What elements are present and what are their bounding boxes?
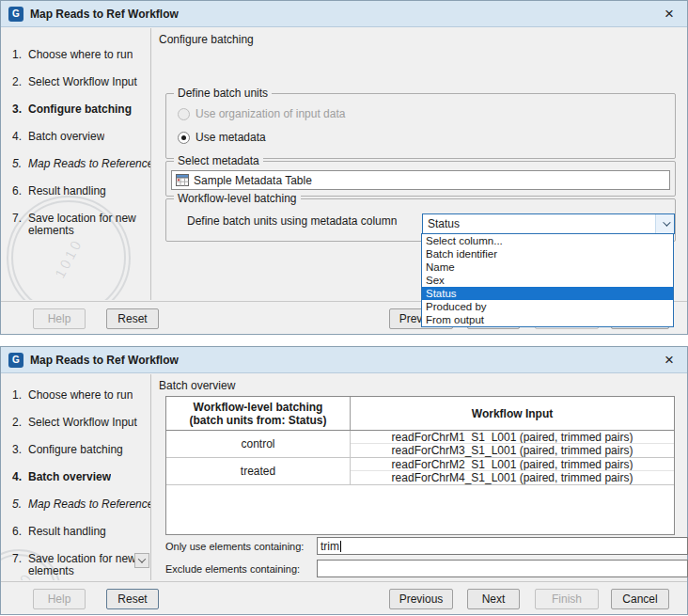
group-title: Workflow-level batching [174,192,301,205]
sidebar-step-select-workflow-input: 2.Select Workflow Input [12,76,150,103]
sidebar-step-batch-overview: 4.Batch overview [12,131,150,158]
sidebar-step-configure-batching: 3.Configure batching [12,444,150,471]
sidebar-step-map-reads-to-reference: 5.Map Reads to Reference [12,158,150,185]
table-header-row: Workflow-level batching (batch units fro… [166,397,674,431]
titlebar: G Map Reads to Ref Workflow × [1,1,687,27]
metadata-table-icon [176,174,189,186]
metadata-table-label: Sample Metadata Table [194,174,312,187]
exclude-filter-input[interactable] [317,560,688,577]
dropdown-option-sex[interactable]: Sex [422,274,673,287]
dropdown-option-batch-identifier[interactable]: Batch identifier [422,247,673,261]
dropdown-option-status-highlighted[interactable]: Status [422,287,673,300]
dropdown-option-from-output[interactable]: From output [422,313,673,326]
column-header-workflow-input: Workflow Input [351,397,674,430]
batch-name-cell: control [166,431,351,457]
exclude-filter-label: Exclude elements containing: [165,563,300,575]
table-row-control: control readForChrM1_S1_L001 (paired, tr… [166,431,674,458]
include-filter-label: Only use elements containing: [165,541,304,552]
batch-overview-table: Workflow-level batching (batch units fro… [165,396,675,535]
app-icon: G [8,7,23,22]
next-button[interactable]: Next [467,589,520,609]
chevron-down-icon [138,555,146,562]
workflow-input-entry: readForChrM2_S1_L001 (paired, trimmed pa… [351,458,674,471]
metadata-column-label: Define batch units using metadata column [187,214,397,228]
combobox-dropdown-button[interactable] [655,214,674,233]
include-filter-input[interactable]: trim [317,537,688,555]
group-title: Select metadata [174,154,263,167]
batch-name-cell: treated [166,458,351,484]
workflow-input-entry: readForChrM3_S1_L001 (paired, trimmed pa… [351,444,674,457]
sidebar-scroll-down-button[interactable] [134,553,149,568]
workflow-input-entry: readForChrM4_S1_L001 (paired, trimmed pa… [351,471,674,484]
sidebar-step-result-handling: 6.Result handling [12,185,150,213]
help-button: Help [33,589,86,609]
titlebar: G Map Reads to Ref Workflow × [1,347,687,373]
dropdown-option-name[interactable]: Name [422,261,673,274]
define-batch-units-group: Define batch units Use organization of i… [165,93,676,159]
dialog-footer: Help Reset Previous Next Finish Cancel [1,581,687,614]
sidebar-step-result-handling: 6.Result handling [12,526,150,553]
sidebar-step-choose-where-to-run: 1.Choose where to run [12,389,150,417]
panel-title: Configure batching [159,33,254,46]
reset-button[interactable]: Reset [106,308,159,329]
metadata-table-item[interactable]: Sample Metadata Table [171,170,670,190]
workflow-input-cell: readForChrM1_S1_L001 (paired, trimmed pa… [351,431,674,457]
group-title: Define batch units [174,87,272,100]
panel-title: Batch overview [159,379,235,392]
window-title: Map Reads to Ref Workflow [30,354,179,367]
previous-button[interactable]: Previous [389,589,453,609]
dropdown-option-produced-by[interactable]: Produced by [422,300,673,313]
exclude-filter-row: Exclude elements containing: [165,560,672,577]
radio-icon-selected [178,132,190,144]
metadata-column-dropdown-list: Select column... Batch identifier Name S… [421,233,674,327]
close-icon: × [665,351,674,370]
dropdown-option-select-column[interactable]: Select column... [422,234,673,247]
workflow-input-cell: readForChrM2_S1_L001 (paired, trimmed pa… [351,458,674,484]
wizard-window-configure-batching: G Map Reads to Ref Workflow × 1010 1.Cho… [0,0,688,335]
batch-overview-panel: Batch overview Workflow-level batching (… [152,374,686,580]
help-button: Help [33,308,86,329]
sidebar-step-configure-batching-current: 3.Configure batching [12,103,150,131]
close-button[interactable]: × [659,4,680,24]
radio-icon-unselected [178,108,190,120]
include-filter-row: Only use elements containing: trim [165,537,672,555]
table-row-treated: treated readForChrM2_S1_L001 (paired, tr… [166,458,674,485]
wizard-steps-sidebar: 1010 1.Choose where to run 2.Select Work… [1,374,151,580]
close-icon: × [665,5,674,24]
metadata-column-combobox[interactable]: Status [422,213,675,234]
sidebar-step-save-location: 7.Save location for new elements [12,553,150,580]
include-filter-value: trim [321,540,339,553]
sidebar-step-map-reads-to-reference: 5.Map Reads to Reference [12,498,150,526]
workflow-input-entry: readForChrM1_S1_L001 (paired, trimmed pa… [351,431,674,444]
radio-use-metadata[interactable]: Use metadata [178,131,266,144]
sidebar-step-choose-where-to-run: 1.Choose where to run [12,49,150,76]
sidebar-step-save-location: 7.Save location for new elements [12,213,150,240]
app-icon: G [8,353,23,368]
reset-button[interactable]: Reset [106,589,159,609]
radio-use-organization-of-input-data[interactable]: Use organization of input data [178,107,345,120]
wizard-steps-sidebar: 1010 1.Choose where to run 2.Select Work… [1,28,151,300]
close-button[interactable]: × [659,350,680,371]
cancel-button[interactable]: Cancel [611,589,669,609]
sidebar-step-batch-overview-current: 4.Batch overview [12,471,150,498]
wizard-window-batch-overview: G Map Reads to Ref Workflow × 1010 1.Cho… [0,346,688,615]
window-title: Map Reads to Ref Workflow [30,8,179,21]
chevron-down-icon [663,218,670,226]
text-caret [340,541,341,552]
column-header-batch-units: Workflow-level batching (batch units fro… [166,397,351,430]
sidebar-step-select-workflow-input: 2.Select Workflow Input [12,417,150,444]
combobox-value: Status [423,217,655,230]
watermark-text: 1010 [52,235,86,280]
finish-button: Finish [535,589,599,609]
